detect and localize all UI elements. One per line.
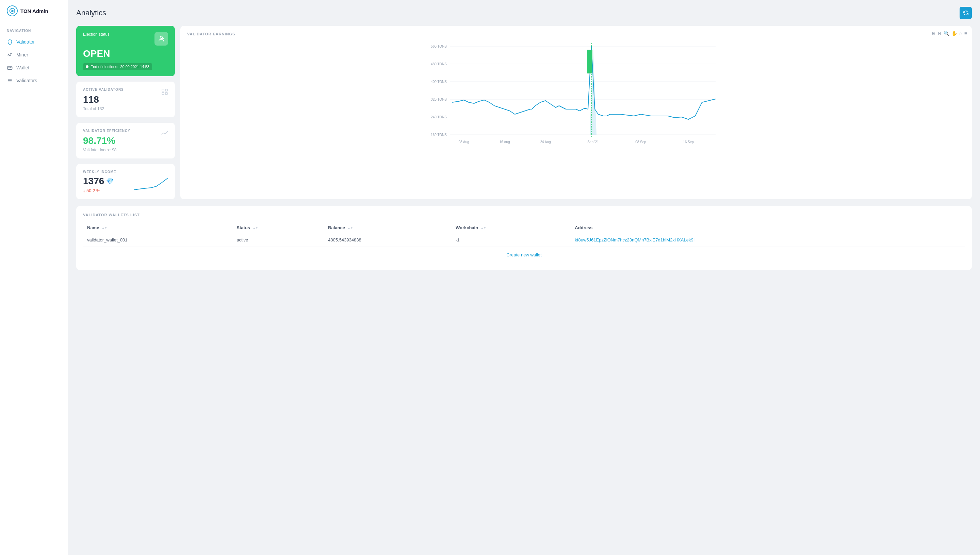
logo-text: TON Admin bbox=[21, 8, 48, 14]
pan-icon[interactable]: ✋ bbox=[951, 30, 957, 36]
weekly-sparkline bbox=[134, 176, 168, 193]
svg-text:08 Aug: 08 Aug bbox=[458, 140, 469, 144]
zoom-out-icon[interactable]: ⊖ bbox=[937, 30, 941, 36]
efficiency-sub: Validator index: 98 bbox=[83, 148, 168, 152]
wallet-name: validator_wallet_001 bbox=[83, 233, 232, 247]
col-name: Name ▲▼ bbox=[83, 222, 232, 233]
svg-text:16 Sep: 16 Sep bbox=[683, 140, 694, 144]
diamond-icon: 💎 bbox=[106, 178, 114, 185]
validator-icon bbox=[7, 39, 13, 45]
efficiency-value: 98.71% bbox=[83, 135, 168, 146]
main-content: Analytics Election status bbox=[68, 0, 980, 555]
election-label: Election status bbox=[83, 32, 109, 37]
svg-text:08 Sep: 08 Sep bbox=[635, 140, 646, 144]
sidebar: TON Admin NAVIGATION Validator Miner Wal… bbox=[0, 0, 68, 555]
main-header: Analytics bbox=[76, 7, 972, 19]
validators-icon bbox=[7, 77, 13, 83]
active-validators-sub: Total of 132 bbox=[83, 106, 168, 111]
sidebar-item-wallet[interactable]: Wallet bbox=[0, 61, 68, 74]
chart-card: VALIDATOR EARNINGS ⊕ ⊖ 🔍 ✋ ⌂ ≡ 560 TONS bbox=[180, 26, 972, 199]
svg-text:24 Aug: 24 Aug bbox=[540, 140, 551, 144]
wallets-table: Name ▲▼ Status ▲▼ Balance ▲▼ Workchain ▲… bbox=[83, 222, 965, 263]
svg-rect-1 bbox=[8, 66, 12, 69]
svg-text:480 TONS: 480 TONS bbox=[431, 62, 447, 66]
svg-rect-8 bbox=[162, 93, 164, 95]
election-end-value: 20.09.2021 14:53 bbox=[120, 65, 149, 69]
col-balance: Balance ▲▼ bbox=[324, 222, 451, 233]
search-icon[interactable]: 🔍 bbox=[944, 30, 949, 36]
earnings-chart: 560 TONS 480 TONS 400 TONS 320 TONS 240 … bbox=[187, 43, 965, 148]
create-wallet-row: Create new wallet bbox=[83, 247, 965, 263]
sidebar-label-validator: Validator bbox=[16, 39, 35, 45]
svg-text:400 TONS: 400 TONS bbox=[431, 80, 447, 83]
col-address: Address bbox=[570, 222, 965, 233]
efficiency-card: VALIDATOR EFFICIENCY 98.71% Validator in… bbox=[76, 123, 175, 159]
svg-text:320 TONS: 320 TONS bbox=[431, 98, 447, 101]
chart-toolbar: ⊕ ⊖ 🔍 ✋ ⌂ ≡ bbox=[931, 30, 967, 36]
page-title: Analytics bbox=[76, 8, 106, 18]
election-status: OPEN bbox=[83, 48, 168, 59]
miner-icon bbox=[7, 52, 13, 58]
logo-icon bbox=[7, 5, 18, 16]
refresh-button[interactable] bbox=[959, 7, 972, 19]
table-title: VALIDATOR WALLETS LIST bbox=[83, 213, 965, 217]
chart-title: VALIDATOR EARNINGS bbox=[187, 32, 965, 36]
sort-workchain[interactable]: ▲▼ bbox=[481, 227, 486, 229]
election-end: End of elections: 20.09.2021 14:53 bbox=[83, 63, 152, 70]
svg-rect-7 bbox=[165, 89, 167, 91]
weekly-row: 1376 💎 ↓ 50.2 % bbox=[83, 174, 168, 193]
election-dot bbox=[86, 65, 88, 68]
menu-icon[interactable]: ≡ bbox=[964, 30, 967, 36]
svg-text:560 TONS: 560 TONS bbox=[431, 45, 447, 48]
svg-text:Returned 2 stakes: Returned 2 stakes bbox=[598, 51, 601, 73]
home-icon[interactable]: ⌂ bbox=[959, 30, 962, 36]
svg-rect-9 bbox=[165, 93, 167, 95]
svg-text:16 Aug: 16 Aug bbox=[499, 140, 510, 144]
col-workchain: Workchain ▲▼ bbox=[451, 222, 570, 233]
efficiency-label: VALIDATOR EFFICIENCY bbox=[83, 129, 168, 133]
sort-status[interactable]: ▲▼ bbox=[253, 227, 258, 229]
sort-balance[interactable]: ▲▼ bbox=[348, 227, 353, 229]
logo: TON Admin bbox=[0, 0, 68, 22]
election-card-header: Election status bbox=[83, 32, 168, 46]
efficiency-icon bbox=[161, 129, 169, 139]
active-validators-value: 118 bbox=[83, 94, 168, 105]
weekly-income-value: 1376 bbox=[83, 176, 104, 187]
weekly-change: ↓ 50.2 % bbox=[83, 188, 114, 193]
sidebar-label-validators: Validators bbox=[16, 78, 37, 83]
sidebar-item-validator[interactable]: Validator bbox=[0, 35, 68, 48]
left-cards: Election status OPEN End of elections: 2… bbox=[76, 26, 175, 199]
wallets-table-card: VALIDATOR WALLETS LIST Name ▲▼ Status ▲▼… bbox=[76, 206, 972, 270]
svg-point-0 bbox=[10, 8, 15, 14]
weekly-income-card: Weekly income 1376 💎 ↓ 50.2 % bbox=[76, 164, 175, 199]
create-wallet-link[interactable]: Create new wallet bbox=[506, 252, 541, 257]
col-status: Status ▲▼ bbox=[232, 222, 324, 233]
svg-rect-6 bbox=[162, 89, 164, 91]
zoom-in-icon[interactable]: ⊕ bbox=[931, 30, 935, 36]
wallet-status: active bbox=[232, 233, 324, 247]
svg-point-5 bbox=[160, 36, 163, 39]
weekly-income-label: Weekly income bbox=[83, 170, 168, 174]
weekly-value-row: 1376 💎 bbox=[83, 176, 114, 187]
svg-text:Sep '21: Sep '21 bbox=[587, 140, 599, 144]
wallet-icon bbox=[7, 65, 13, 71]
wallet-address[interactable]: kf8uw5J61EpzZiONm7hcz23nQMn7BxlE7d1hiM2x… bbox=[570, 233, 965, 247]
sidebar-item-miner[interactable]: Miner bbox=[0, 48, 68, 61]
sort-name[interactable]: ▲▼ bbox=[102, 227, 107, 229]
wallet-balance: 4805.543934838 bbox=[324, 233, 451, 247]
election-icon bbox=[154, 32, 168, 46]
election-card: Election status OPEN End of elections: 2… bbox=[76, 26, 175, 76]
sidebar-label-wallet: Wallet bbox=[16, 65, 29, 71]
wallet-workchain: -1 bbox=[451, 233, 570, 247]
sidebar-item-validators[interactable]: Validators bbox=[0, 74, 68, 87]
active-validators-card: ACTIVE VALIDATORS 118 Total of 132 bbox=[76, 82, 175, 117]
svg-rect-30 bbox=[587, 50, 593, 74]
sidebar-label-miner: Miner bbox=[16, 52, 28, 58]
nav-label: NAVIGATION bbox=[0, 22, 68, 35]
weekly-left: 1376 💎 ↓ 50.2 % bbox=[83, 174, 114, 193]
election-end-label: End of elections: bbox=[90, 65, 118, 69]
cards-row: Election status OPEN End of elections: 2… bbox=[76, 26, 972, 199]
validators-metric-icon bbox=[161, 88, 169, 98]
table-header-row: Name ▲▼ Status ▲▼ Balance ▲▼ Workchain ▲… bbox=[83, 222, 965, 233]
table-row: validator_wallet_001 active 4805.5439348… bbox=[83, 233, 965, 247]
